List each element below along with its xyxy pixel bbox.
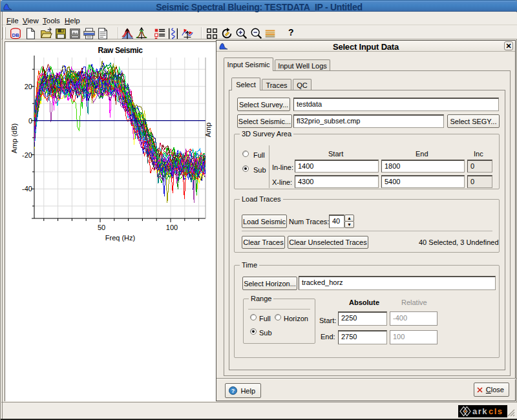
svg-text:Freq (Hz): Freq (Hz) <box>105 234 135 242</box>
svg-text:-40: -40 <box>22 185 32 193</box>
svg-text:50: 50 <box>98 224 105 231</box>
svg-text:ark: ark <box>472 406 488 416</box>
svg-text:DB: DB <box>12 32 19 38</box>
svg-text:0: 0 <box>28 117 32 125</box>
svg-text:Amp: Amp <box>204 123 212 138</box>
svg-text:100: 100 <box>166 224 178 231</box>
svg-text:Amp (dB): Amp (dB) <box>10 123 18 153</box>
svg-text:cls: cls <box>489 406 503 416</box>
svg-text:Raw Seismic: Raw Seismic <box>98 46 143 55</box>
svg-text:?: ? <box>231 388 235 394</box>
svg-text:-20: -20 <box>22 151 32 159</box>
svg-text:20: 20 <box>25 83 32 90</box>
